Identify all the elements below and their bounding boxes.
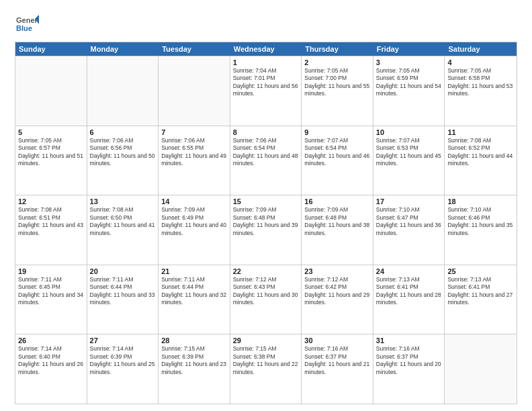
cal-cell <box>15 56 87 126</box>
cell-info: Sunrise: 7:05 AMSunset: 6:58 PMDaylight:… <box>447 67 514 98</box>
cell-info: Sunrise: 7:11 AMSunset: 6:45 PMDaylight:… <box>18 276 84 307</box>
header-day-wednesday: Wednesday <box>230 42 302 56</box>
cell-info: Sunrise: 7:16 AMSunset: 6:37 PMDaylight:… <box>304 345 370 376</box>
cell-info: Sunrise: 7:09 AMSunset: 6:48 PMDaylight:… <box>304 206 370 237</box>
cell-info: Sunrise: 7:05 AMSunset: 7:00 PMDaylight:… <box>304 67 370 98</box>
day-number: 6 <box>90 128 156 136</box>
day-number: 4 <box>447 58 514 66</box>
cell-info: Sunrise: 7:12 AMSunset: 6:43 PMDaylight:… <box>233 276 299 307</box>
day-number: 25 <box>447 267 514 275</box>
cell-info: Sunrise: 7:06 AMSunset: 6:56 PMDaylight:… <box>90 137 156 168</box>
cell-info: Sunrise: 7:09 AMSunset: 6:49 PMDaylight:… <box>161 206 227 237</box>
cal-cell: 30Sunrise: 7:16 AMSunset: 6:37 PMDayligh… <box>302 334 373 404</box>
cal-cell <box>445 334 517 404</box>
day-number: 9 <box>304 128 370 136</box>
cell-info: Sunrise: 7:10 AMSunset: 6:47 PMDaylight:… <box>376 206 442 237</box>
day-number: 24 <box>376 267 442 275</box>
day-number: 31 <box>376 336 442 345</box>
cell-info: Sunrise: 7:06 AMSunset: 6:55 PMDaylight:… <box>161 137 227 168</box>
day-number: 28 <box>161 336 227 345</box>
cal-cell: 20Sunrise: 7:11 AMSunset: 6:44 PMDayligh… <box>87 265 159 334</box>
cal-cell: 18Sunrise: 7:10 AMSunset: 6:46 PMDayligh… <box>445 195 517 265</box>
cell-info: Sunrise: 7:15 AMSunset: 6:38 PMDaylight:… <box>233 345 299 376</box>
cal-cell: 13Sunrise: 7:08 AMSunset: 6:50 PMDayligh… <box>87 195 159 265</box>
cal-cell: 9Sunrise: 7:07 AMSunset: 6:54 PMDaylight… <box>302 126 373 195</box>
cell-info: Sunrise: 7:11 AMSunset: 6:44 PMDaylight:… <box>161 276 227 307</box>
cell-info: Sunrise: 7:14 AMSunset: 6:39 PMDaylight:… <box>90 345 156 376</box>
cell-info: Sunrise: 7:06 AMSunset: 6:54 PMDaylight:… <box>233 137 299 168</box>
day-number: 19 <box>18 267 84 275</box>
cal-cell: 27Sunrise: 7:14 AMSunset: 6:39 PMDayligh… <box>87 334 159 404</box>
cal-cell: 19Sunrise: 7:11 AMSunset: 6:45 PMDayligh… <box>15 265 87 334</box>
day-number: 8 <box>233 128 299 136</box>
cal-cell: 24Sunrise: 7:13 AMSunset: 6:41 PMDayligh… <box>373 265 445 334</box>
cell-info: Sunrise: 7:16 AMSunset: 6:37 PMDaylight:… <box>376 345 442 376</box>
cal-cell: 8Sunrise: 7:06 AMSunset: 6:54 PMDaylight… <box>230 126 302 195</box>
cell-info: Sunrise: 7:09 AMSunset: 6:48 PMDaylight:… <box>233 206 299 237</box>
day-number: 30 <box>304 336 370 345</box>
cal-cell: 2Sunrise: 7:05 AMSunset: 7:00 PMDaylight… <box>302 56 373 126</box>
cal-cell: 7Sunrise: 7:06 AMSunset: 6:55 PMDaylight… <box>159 126 230 195</box>
cal-cell: 11Sunrise: 7:08 AMSunset: 6:52 PMDayligh… <box>445 126 517 195</box>
day-number: 27 <box>90 336 156 345</box>
day-number: 11 <box>447 128 514 136</box>
cal-cell: 14Sunrise: 7:09 AMSunset: 6:49 PMDayligh… <box>159 195 230 265</box>
week-row-2: 5Sunrise: 7:05 AMSunset: 6:57 PMDaylight… <box>15 126 517 195</box>
cell-info: Sunrise: 7:08 AMSunset: 6:52 PMDaylight:… <box>447 137 514 168</box>
cell-info: Sunrise: 7:07 AMSunset: 6:53 PMDaylight:… <box>376 137 442 168</box>
cal-cell: 29Sunrise: 7:15 AMSunset: 6:38 PMDayligh… <box>230 334 302 404</box>
day-number: 12 <box>18 197 84 205</box>
calendar-body: 1Sunrise: 7:04 AMSunset: 7:01 PMDaylight… <box>15 56 517 404</box>
cell-info: Sunrise: 7:14 AMSunset: 6:40 PMDaylight:… <box>18 345 84 376</box>
day-number: 5 <box>18 128 84 136</box>
header-day-saturday: Saturday <box>445 42 517 56</box>
day-number: 20 <box>90 267 156 275</box>
cell-info: Sunrise: 7:11 AMSunset: 6:44 PMDaylight:… <box>90 276 156 307</box>
cal-cell: 22Sunrise: 7:12 AMSunset: 6:43 PMDayligh… <box>230 265 302 334</box>
cal-cell: 17Sunrise: 7:10 AMSunset: 6:47 PMDayligh… <box>373 195 445 265</box>
svg-text:General: General <box>16 16 39 24</box>
cell-info: Sunrise: 7:08 AMSunset: 6:50 PMDaylight:… <box>90 206 156 237</box>
cell-info: Sunrise: 7:15 AMSunset: 6:39 PMDaylight:… <box>161 345 227 376</box>
cal-cell <box>87 56 159 126</box>
cal-cell: 26Sunrise: 7:14 AMSunset: 6:40 PMDayligh… <box>15 334 87 404</box>
day-number: 14 <box>161 197 227 205</box>
cal-cell: 5Sunrise: 7:05 AMSunset: 6:57 PMDaylight… <box>15 126 87 195</box>
cell-info: Sunrise: 7:05 AMSunset: 6:57 PMDaylight:… <box>18 137 84 168</box>
header-day-thursday: Thursday <box>302 42 373 56</box>
cal-cell: 4Sunrise: 7:05 AMSunset: 6:58 PMDaylight… <box>445 56 517 126</box>
day-number: 10 <box>376 128 442 136</box>
cell-info: Sunrise: 7:07 AMSunset: 6:54 PMDaylight:… <box>304 137 370 168</box>
cal-cell: 21Sunrise: 7:11 AMSunset: 6:44 PMDayligh… <box>159 265 230 334</box>
cal-cell: 16Sunrise: 7:09 AMSunset: 6:48 PMDayligh… <box>302 195 373 265</box>
day-number: 15 <box>233 197 299 205</box>
cell-info: Sunrise: 7:05 AMSunset: 6:59 PMDaylight:… <box>376 67 442 98</box>
day-number: 22 <box>233 267 299 275</box>
cell-info: Sunrise: 7:13 AMSunset: 6:41 PMDaylight:… <box>447 276 514 307</box>
cell-info: Sunrise: 7:13 AMSunset: 6:41 PMDaylight:… <box>376 276 442 307</box>
day-number: 21 <box>161 267 227 275</box>
week-row-3: 12Sunrise: 7:08 AMSunset: 6:51 PMDayligh… <box>15 195 517 265</box>
cal-cell: 12Sunrise: 7:08 AMSunset: 6:51 PMDayligh… <box>15 195 87 265</box>
calendar-header: SundayMondayTuesdayWednesdayThursdayFrid… <box>15 42 517 56</box>
cell-info: Sunrise: 7:08 AMSunset: 6:51 PMDaylight:… <box>18 206 84 237</box>
calendar: SundayMondayTuesdayWednesdayThursdayFrid… <box>15 42 517 404</box>
svg-text:Blue: Blue <box>16 24 32 32</box>
day-number: 16 <box>304 197 370 205</box>
cal-cell: 6Sunrise: 7:06 AMSunset: 6:56 PMDaylight… <box>87 126 159 195</box>
cell-info: Sunrise: 7:04 AMSunset: 7:01 PMDaylight:… <box>233 67 299 98</box>
header-day-friday: Friday <box>373 42 445 56</box>
day-number: 18 <box>447 197 514 205</box>
day-number: 1 <box>233 58 299 66</box>
cal-cell <box>159 56 230 126</box>
cal-cell: 28Sunrise: 7:15 AMSunset: 6:39 PMDayligh… <box>159 334 230 404</box>
cal-cell: 15Sunrise: 7:09 AMSunset: 6:48 PMDayligh… <box>230 195 302 265</box>
week-row-4: 19Sunrise: 7:11 AMSunset: 6:45 PMDayligh… <box>15 265 517 334</box>
day-number: 2 <box>304 58 370 66</box>
header-day-sunday: Sunday <box>15 42 87 56</box>
day-number: 17 <box>376 197 442 205</box>
cal-cell: 3Sunrise: 7:05 AMSunset: 6:59 PMDaylight… <box>373 56 445 126</box>
cal-cell: 31Sunrise: 7:16 AMSunset: 6:37 PMDayligh… <box>373 334 445 404</box>
day-number: 3 <box>376 58 442 66</box>
logo-icon: General Blue <box>15 12 39 36</box>
